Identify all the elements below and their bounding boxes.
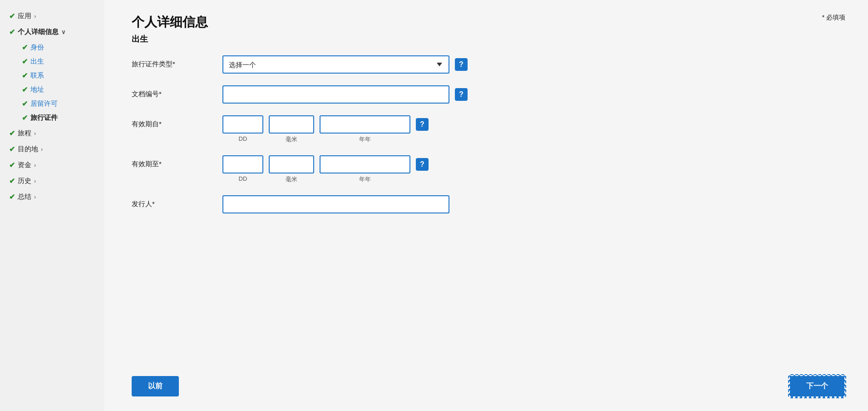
sidebar-sub-lvxingzhengjian[interactable]: ✔ 旅行证件: [20, 111, 97, 124]
label-valid-from: 有效期自*: [132, 115, 222, 129]
check-icon-zijin: ✔: [9, 161, 15, 169]
sidebar-sub-label-lianxi: 联系: [30, 71, 44, 80]
arrow-icon-personal: ∨: [61, 29, 66, 35]
control-issuer: [222, 195, 845, 213]
date-field-from-yyyy: 年年: [320, 115, 410, 144]
sidebar-sub-label-julvxuke: 居留许可: [30, 99, 58, 108]
check-icon-julvxuke: ✔: [22, 99, 28, 108]
sidebar-item-mudedi[interactable]: ✔ 目的地 ›: [7, 142, 97, 156]
form-row-valid-from: 有效期自* DD 毫米 年年: [132, 115, 845, 144]
help-button-doc-type[interactable]: ?: [455, 58, 468, 71]
sidebar-sub-label-shenfen: 身份: [30, 43, 44, 52]
label-doc-number: 文档编号*: [132, 85, 222, 99]
sidebar-item-lishi[interactable]: ✔ 历史 ›: [7, 174, 97, 188]
check-icon-lvxingzhengjian: ✔: [22, 114, 28, 122]
date-field-to-yyyy: 年年: [320, 155, 410, 183]
select-doc-type[interactable]: 选择一个: [222, 55, 449, 74]
label-from-dd: DD: [239, 135, 247, 142]
sidebar-sub-dizhi[interactable]: ✔ 地址: [20, 83, 97, 96]
control-doc-number: ?: [222, 85, 845, 104]
form-row-issuer: 发行人*: [132, 195, 845, 213]
label-doc-type: 旅行证件类型*: [132, 55, 222, 69]
label-to-yyyy: 年年: [359, 175, 371, 183]
input-doc-number[interactable]: [222, 85, 449, 104]
sidebar-item-zongjie[interactable]: ✔ 总结 ›: [7, 190, 97, 204]
label-from-mm: 毫米: [286, 135, 297, 144]
sidebar-item-yingyong[interactable]: ✔ 应用 ›: [7, 9, 97, 23]
check-icon-shenfen: ✔: [22, 43, 28, 52]
arrow-icon-yingyong: ›: [34, 13, 36, 20]
check-icon-dizhi: ✔: [22, 85, 28, 94]
input-from-dd[interactable]: [222, 115, 263, 134]
sidebar-sub-label-dizhi: 地址: [30, 85, 44, 94]
date-group-valid-to: DD 毫米 年年: [222, 155, 410, 183]
input-to-dd[interactable]: [222, 155, 263, 173]
check-icon-chusheng: ✔: [22, 57, 28, 66]
section-title: 出生: [132, 34, 845, 45]
date-field-from-dd: DD: [222, 115, 263, 142]
check-icon-zongjie: ✔: [9, 193, 15, 201]
control-valid-from: DD 毫米 年年 ?: [222, 115, 845, 144]
control-doc-type: 选择一个 ?: [222, 55, 845, 74]
sidebar-sub-label-chusheng: 出生: [30, 57, 44, 66]
sidebar-label-mudedi: 目的地: [18, 145, 38, 154]
sidebar-item-lvcheng[interactable]: ✔ 旅程 ›: [7, 126, 97, 140]
date-field-from-mm: 毫米: [269, 115, 314, 144]
sidebar-item-personal[interactable]: ✔ 个人详细信息 ∨: [7, 25, 97, 39]
check-icon-lianxi: ✔: [22, 71, 28, 80]
footer-row: 以前 下一个: [132, 375, 845, 397]
label-to-dd: DD: [239, 175, 247, 182]
check-icon-mudedi: ✔: [9, 145, 15, 154]
check-icon-yingyong: ✔: [9, 12, 15, 20]
prev-button[interactable]: 以前: [132, 376, 179, 396]
arrow-icon-mudedi: ›: [41, 146, 43, 153]
date-inputs-valid-to: DD 毫米 年年: [222, 155, 410, 183]
control-valid-to: DD 毫米 年年 ?: [222, 155, 845, 183]
sidebar-sub-shenfen[interactable]: ✔ 身份: [20, 41, 97, 54]
main-content: * 必填项 个人详细信息 出生 旅行证件类型* 选择一个 ? 文档编号* ? 有…: [104, 0, 868, 411]
page-title: 个人详细信息: [132, 14, 845, 31]
date-field-to-dd: DD: [222, 155, 263, 182]
sidebar-sub-personal: ✔ 身份 ✔ 出生 ✔ 联系 ✔ 地址 ✔ 居留许可 ✔ 旅行证件: [7, 41, 97, 124]
sidebar-label-zijin: 资金: [18, 161, 31, 169]
sidebar-sub-label-lvxingzhengjian: 旅行证件: [30, 114, 58, 122]
sidebar-label-zongjie: 总结: [18, 193, 31, 201]
input-to-mm[interactable]: [269, 155, 314, 173]
sidebar-item-zijin[interactable]: ✔ 资金 ›: [7, 158, 97, 172]
help-button-valid-to[interactable]: ?: [416, 158, 429, 171]
sidebar: ✔ 应用 › ✔ 个人详细信息 ∨ ✔ 身份 ✔ 出生 ✔ 联系 ✔ 地址 ✔ …: [0, 0, 104, 411]
arrow-icon-zijin: ›: [34, 162, 36, 168]
label-to-mm: 毫米: [286, 175, 297, 183]
required-note: * 必填项: [822, 14, 845, 22]
date-inputs-valid-from: DD 毫米 年年: [222, 115, 410, 144]
help-button-doc-number[interactable]: ?: [455, 88, 468, 101]
help-button-valid-from[interactable]: ?: [416, 118, 429, 131]
label-from-yyyy: 年年: [359, 135, 371, 144]
sidebar-label-personal: 个人详细信息: [18, 28, 59, 36]
sidebar-sub-chusheng[interactable]: ✔ 出生: [20, 55, 97, 68]
form-row-doc-type: 旅行证件类型* 选择一个 ?: [132, 55, 845, 74]
input-from-yyyy[interactable]: [320, 115, 410, 134]
check-icon-lvcheng: ✔: [9, 129, 15, 138]
date-field-to-mm: 毫米: [269, 155, 314, 183]
label-valid-to: 有效期至*: [132, 155, 222, 168]
sidebar-sub-lianxi[interactable]: ✔ 联系: [20, 69, 97, 82]
date-group-valid-from: DD 毫米 年年: [222, 115, 410, 144]
arrow-icon-zongjie: ›: [34, 193, 36, 200]
check-icon-personal: ✔: [9, 28, 15, 36]
input-to-yyyy[interactable]: [320, 155, 410, 173]
next-button[interactable]: 下一个: [789, 375, 845, 397]
sidebar-label-lishi: 历史: [18, 177, 31, 185]
arrow-icon-lishi: ›: [34, 178, 36, 184]
arrow-icon-lvcheng: ›: [34, 130, 36, 137]
form-row-valid-to: 有效期至* DD 毫米 年年: [132, 155, 845, 183]
input-from-mm[interactable]: [269, 115, 314, 134]
label-issuer: 发行人*: [132, 195, 222, 208]
form-area: 旅行证件类型* 选择一个 ? 文档编号* ? 有效期自*: [132, 55, 845, 361]
input-issuer[interactable]: [222, 195, 449, 213]
form-row-doc-number: 文档编号* ?: [132, 85, 845, 104]
sidebar-sub-julvxuke[interactable]: ✔ 居留许可: [20, 97, 97, 110]
sidebar-label-lvcheng: 旅程: [18, 129, 31, 138]
check-icon-lishi: ✔: [9, 177, 15, 185]
sidebar-label-yingyong: 应用: [18, 12, 31, 20]
